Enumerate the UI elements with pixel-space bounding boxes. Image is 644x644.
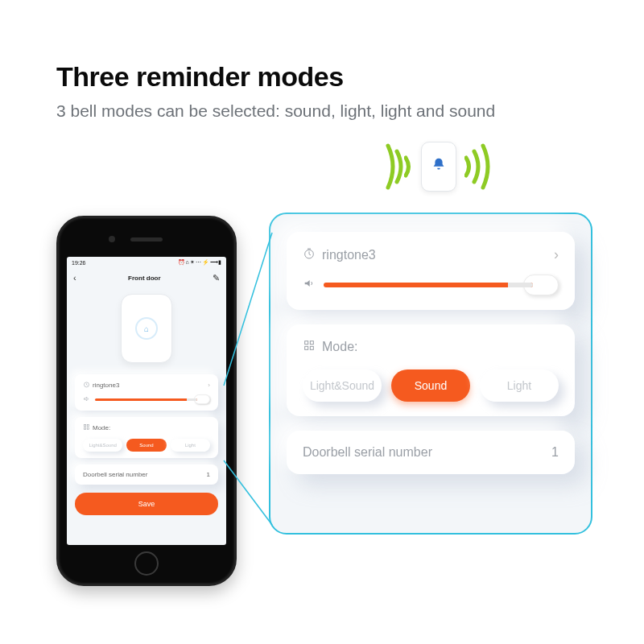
ringtone-row[interactable]: ringtone3 › — [83, 381, 210, 390]
timer-icon — [83, 381, 90, 390]
zoom-panel: ringtone3 › Mode: Light&Sound Sound Ligh… — [269, 213, 592, 535]
back-icon[interactable]: ‹ — [73, 273, 76, 283]
page-subtitle: 3 bell modes can be selected: sound, lig… — [56, 101, 495, 121]
ringtone-card: ringtone3 › — [75, 374, 218, 411]
serial-label: Doorbell serial number — [83, 471, 147, 478]
svg-rect-6 — [305, 341, 308, 345]
doorbell-device: ⌂ — [121, 294, 172, 363]
serial-card: Doorbell serial number 1 — [75, 464, 218, 485]
chime-body — [421, 142, 456, 192]
phone-mockup: 19:26 ⏰ ⌂ ✶ ⋯ ⚡ ⟶ ▮ ‹ Front door ✎ ⌂ rin… — [56, 216, 237, 586]
serial-value: 1 — [207, 471, 210, 478]
edit-icon[interactable]: ✎ — [213, 273, 220, 283]
status-bar: 19:26 ⏰ ⌂ ✶ ⋯ ⚡ ⟶ ▮ — [67, 257, 226, 268]
svg-rect-7 — [310, 341, 313, 345]
mode-option-light-sound-zoom[interactable]: Light&Sound — [303, 369, 382, 402]
mode-option-sound[interactable]: Sound — [126, 439, 166, 452]
doorbell-button-icon: ⌂ — [135, 317, 158, 340]
phone-speaker — [130, 237, 163, 242]
svg-rect-9 — [310, 346, 313, 349]
grid-icon — [83, 423, 90, 432]
volume-slider-zoom[interactable] — [303, 275, 559, 295]
screen-title: Front door — [128, 275, 160, 282]
serial-value-zoom: 1 — [551, 445, 559, 460]
mode-card: Mode: Light&Sound Sound Light — [75, 417, 218, 458]
home-button[interactable] — [134, 551, 159, 576]
volume-icon — [303, 277, 316, 293]
volume-slider[interactable] — [83, 394, 210, 404]
svg-rect-8 — [305, 346, 308, 349]
ringtone-row-zoom[interactable]: ringtone3 › — [303, 246, 559, 263]
phone-screen: 19:26 ⏰ ⌂ ✶ ⋯ ⚡ ⟶ ▮ ‹ Front door ✎ ⌂ rin… — [67, 257, 226, 545]
sound-wave-icon — [480, 142, 493, 191]
chime-illustration — [362, 130, 515, 203]
bell-icon — [430, 156, 448, 177]
serial-label-zoom: Doorbell serial number — [303, 445, 432, 460]
mode-option-light-sound[interactable]: Light&Sound — [83, 439, 122, 452]
timer-icon — [303, 247, 316, 263]
phone-camera — [109, 236, 115, 242]
mode-option-sound-zoom[interactable]: Sound — [391, 369, 470, 402]
svg-rect-2 — [87, 425, 89, 427]
ringtone-label: ringtone3 — [93, 382, 119, 389]
volume-track[interactable] — [95, 398, 197, 401]
svg-rect-4 — [87, 427, 89, 429]
device-hero: ⌂ — [67, 287, 226, 374]
svg-rect-3 — [85, 427, 86, 429]
status-time: 19:26 — [72, 260, 86, 266]
status-icons: ⏰ ⌂ ✶ ⋯ ⚡ ⟶ ▮ — [178, 259, 221, 266]
svg-rect-1 — [85, 425, 86, 427]
screen-header: ‹ Front door ✎ — [67, 268, 226, 287]
page-title: Three reminder modes — [56, 61, 344, 93]
serial-card-zoom: Doorbell serial number 1 — [287, 431, 575, 474]
save-button[interactable]: Save — [75, 493, 218, 515]
chevron-right-icon: › — [554, 246, 559, 263]
sound-wave-icon — [404, 155, 413, 178]
ringtone-label-zoom: ringtone3 — [322, 248, 376, 262]
mode-option-light[interactable]: Light — [171, 439, 210, 452]
chevron-right-icon: › — [208, 382, 210, 389]
mode-card-zoom: Mode: Light&Sound Sound Light — [287, 324, 575, 416]
ringtone-card-zoom: ringtone3 › — [287, 232, 575, 310]
mode-label: Mode: — [93, 424, 110, 431]
volume-track-zoom[interactable] — [324, 283, 533, 287]
volume-icon — [83, 395, 90, 404]
grid-icon — [303, 339, 316, 355]
mode-option-light-zoom[interactable]: Light — [480, 369, 559, 402]
mode-label-zoom: Mode: — [322, 340, 357, 354]
